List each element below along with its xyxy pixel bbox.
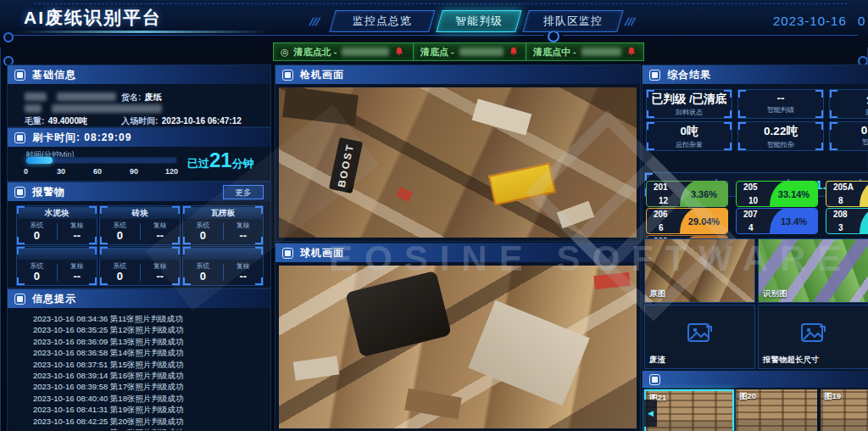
grade-badge-206: 206 6 29.04%: [646, 208, 728, 234]
log-line: 2023-10-16 08:37:51 第15张照片判级成功: [33, 359, 265, 370]
grade-swoosh: [860, 181, 868, 207]
tab-smart-grading[interactable]: 智能判级: [436, 10, 521, 32]
gross-weight-field: 毛重: 49.4000吨: [25, 112, 87, 127]
sys-value: 0: [100, 230, 140, 241]
thumb-overlong-placeholder[interactable]: 报警物超长尺寸: [758, 305, 868, 369]
log-line: 2023-10-16 08:34:36 第11张照片判级成功: [33, 313, 265, 324]
log-line: 2023-10-16 08:39:58 第17张照片判级成功: [33, 381, 265, 392]
elapsed-progress-fill: [26, 157, 53, 164]
panel-ball-camera: 球机画面: [275, 243, 641, 431]
station-pill-main[interactable]: 清底点 -: [413, 42, 528, 61]
grade-count: 3: [838, 223, 843, 232]
alarms-more-button[interactable]: 更多: [223, 185, 264, 199]
panel-messages-title: 信息提示: [32, 292, 76, 306]
filmstrip-prev-button[interactable]: ◀: [644, 400, 657, 427]
grade-badge-201: 201 12 3.36%: [646, 181, 728, 207]
panel-messages: 信息提示 2023-10-16 08:34:36 第11张照片判级成功 2023…: [7, 288, 271, 431]
log-line: 2023-10-16 08:36:09 第13张照片判级成功: [33, 336, 265, 347]
station-label: 清底点 -: [420, 46, 454, 59]
panel-icon: [282, 70, 293, 81]
photo-shard: [345, 271, 452, 357]
panel-icon: [649, 70, 660, 81]
tab-queue-monitor[interactable]: 排队区监控: [522, 10, 623, 32]
thumb-original[interactable]: 原图: [644, 238, 755, 303]
thumb-residue-placeholder[interactable]: 废渣: [644, 305, 755, 369]
result-card-sixth: 0.67 智能扣: [829, 121, 868, 151]
header-dashed-line: [34, 3, 848, 4]
elapsed-suffix: 分钟: [232, 157, 254, 170]
entry-time-field: 入场时间: 2023-10-16 06:47:12: [121, 112, 242, 127]
target-icon: ◎: [281, 47, 289, 58]
result-card-smart-deduct: 0.22吨 智能扣杂: [737, 121, 824, 151]
photo-shard: [293, 355, 340, 380]
grade-badge-205: 205 10 33.14%: [736, 181, 818, 207]
panel-icon: [282, 248, 293, 259]
photo-shard: [468, 300, 589, 406]
tab-decor-left: ///: [308, 15, 321, 28]
panel-icon: [14, 294, 25, 305]
alarm-card-title: [18, 248, 96, 260]
tick-120: 120: [165, 167, 178, 176]
alarm-card-brick: 砖块 系统0 复核--: [99, 205, 181, 245]
thumb-recognized-label: 识别图: [763, 288, 787, 299]
station-pill-middle[interactable]: 清底点中 -: [526, 42, 644, 61]
header-center-node: [548, 31, 559, 42]
result-card-unload-status: 已判级 /已清底 卸料状态: [646, 89, 732, 119]
app-root: AI废纸识别平台 /// 监控点总览 智能判级 排队区监控 /// 2023-1…: [0, 0, 868, 431]
result-card-third: 全 卸料: [829, 89, 868, 119]
gun-camera-feed: BOOST: [279, 87, 637, 238]
result-value: 0.22吨: [738, 124, 823, 139]
grade-swoosh: [860, 208, 868, 234]
entry-time-value: 2023-10-16 06:47:12: [162, 116, 242, 126]
panel-swipe-time: 刷卡时间: 08:29:09 时间(分钟Min) 0 30 60 90 120 …: [7, 127, 271, 182]
station-pill-north[interactable]: ◎ 清底点北 -: [273, 42, 417, 61]
alarm-bell-icon: [626, 47, 637, 57]
grade-code: 205A: [833, 182, 854, 192]
alarm-card-4: 系统0 复核--: [16, 246, 97, 286]
log-line: 2023-10-16 08:36:58 第14张照片判级成功: [33, 347, 265, 358]
panel-results: 综合结果 已判级 /已清底 卸料状态 -- 智能判级 全 卸料 0吨 总扣杂量 …: [642, 64, 868, 431]
filmstrip-header: [643, 371, 868, 388]
alarm-card-5: 系统0 复核--: [99, 246, 181, 286]
sys-value: 0: [100, 271, 140, 282]
filmstrip-thumb-20[interactable]: 图20: [736, 389, 817, 431]
result-card-smart-grade: -- 智能判级: [737, 89, 824, 119]
tab-monitor-overview[interactable]: 监控点总览: [329, 10, 435, 32]
log-line: 2023-10-16 08:40:40 第18张照片判级成功: [33, 393, 265, 404]
panel-results-header: 综合结果: [643, 65, 868, 84]
result-label: 智能扣: [830, 137, 868, 147]
review-value: --: [58, 271, 97, 282]
photo-shard: [593, 272, 630, 289]
result-value: 0吨: [647, 124, 732, 139]
alarm-card-title: [184, 248, 262, 260]
elapsed-progress-track: [26, 157, 177, 164]
station-value-redacted: [342, 48, 389, 56]
sys-value: 0: [183, 271, 223, 282]
log-line: 2023-10-16 08:44:41 第21张照片判级成功: [33, 427, 265, 430]
photo-shard: [396, 187, 412, 201]
tab-monitor-overview-label: 监控点总览: [353, 14, 412, 29]
result-label: 总扣杂量: [647, 140, 732, 149]
panel-gun-camera-title: 枪机画面: [300, 68, 344, 82]
grade-badge-207: 207 4 13.4%: [736, 208, 818, 234]
grade-count: 12: [659, 196, 668, 205]
tab-queue-monitor-label: 排队区监控: [543, 14, 603, 29]
gross-weight-label: 毛重:: [25, 116, 44, 126]
filmstrip-thumb-21[interactable]: 图21: [644, 389, 734, 431]
log-line: 2023-10-16 08:35:25 第12张照片判级成功: [33, 324, 265, 335]
grade-code: 206: [654, 210, 668, 219]
panel-ball-camera-header: 球机画面: [275, 243, 640, 262]
message-log-list[interactable]: 2023-10-16 08:34:36 第11张照片判级成功 2023-10-1…: [33, 313, 265, 430]
grade-badge-208: 208 3: [826, 208, 868, 234]
filmstrip-thumb-19[interactable]: 图19: [821, 389, 868, 431]
alarm-card-title: 砖块: [101, 207, 179, 219]
station-value-redacted: [581, 48, 621, 56]
review-value: --: [58, 230, 97, 241]
sys-value: 0: [183, 230, 223, 241]
elapsed-value: 21: [209, 148, 232, 171]
grade-code: 207: [743, 210, 758, 219]
header-left-dot: [3, 32, 14, 42]
thumb-recognized[interactable]: 识别图: [758, 238, 868, 303]
grade-swoosh: 33.14%: [770, 181, 818, 207]
result-label: 卸料: [830, 108, 868, 117]
